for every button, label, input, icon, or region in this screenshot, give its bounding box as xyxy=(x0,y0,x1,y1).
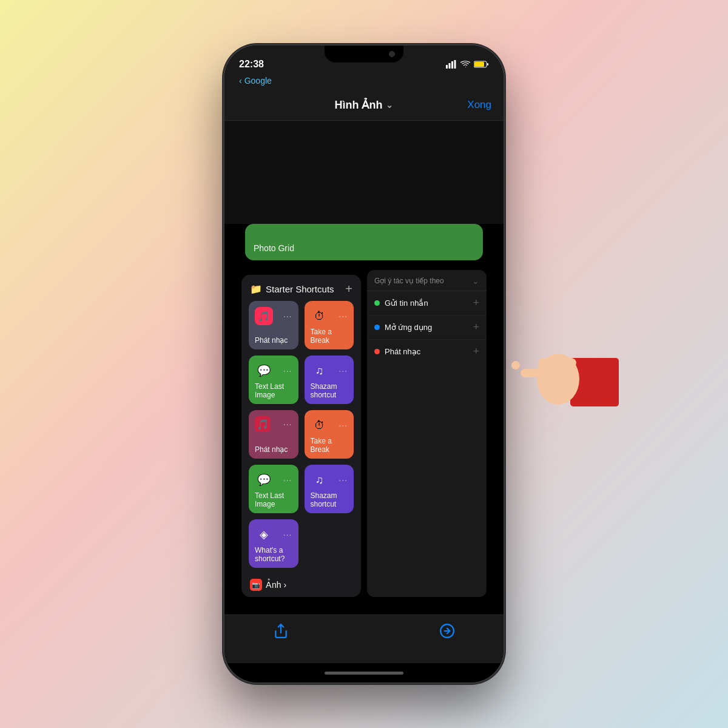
suggestion-row-3[interactable]: Phát nhạc + xyxy=(367,340,487,363)
suggestions-panel-title: Gợi ý tác vụ tiếp theo xyxy=(374,277,444,285)
suggestion-add-3[interactable]: + xyxy=(473,345,479,358)
svg-rect-5 xyxy=(487,63,488,66)
card-top: ◈ ··· xyxy=(255,525,292,544)
card-top: 🎵 ··· xyxy=(255,416,292,432)
shazam-icon: ♫ xyxy=(311,362,329,380)
share-button[interactable] xyxy=(273,623,289,643)
screen: 22:38 xyxy=(224,46,504,682)
starter-title-text: Starter Shortcuts xyxy=(266,284,334,294)
photo-grid-card[interactable]: Photo Grid xyxy=(245,224,483,260)
status-bar: 22:38 xyxy=(224,46,504,76)
shortcut-card-shazam-2[interactable]: ♫ ··· Shazam shortcut xyxy=(305,465,354,513)
signal-icon xyxy=(446,60,457,69)
content-area: Photo Grid 📁 Starter Shortcuts + xyxy=(224,121,504,615)
back-chevron-icon: ‹ xyxy=(239,76,242,86)
card-top: ♫ ··· xyxy=(311,471,348,489)
shortcut-card-play-music[interactable]: 🎵 ··· Phát nhạc xyxy=(249,301,298,349)
card-menu-dots[interactable]: ··· xyxy=(283,419,292,429)
inner-scroll: Photo Grid 📁 Starter Shortcuts + xyxy=(224,224,504,609)
card-label-2: Take a Break xyxy=(311,328,348,345)
card-label-7: Text Last Image xyxy=(255,491,292,508)
battery-icon xyxy=(474,61,489,68)
header-title: Hình Ảnh ⌄ xyxy=(335,98,394,112)
shortcut-card-shazam[interactable]: ♫ ··· Shazam shortcut xyxy=(305,356,354,404)
card-menu-dots[interactable]: ··· xyxy=(339,475,348,485)
card-label-9: What's a shortcut? xyxy=(255,546,292,563)
card-top: ⏱ ··· xyxy=(311,307,348,325)
title-text: Hình Ảnh xyxy=(335,98,383,112)
suggestion-label-2: Mở ứng dụng xyxy=(385,323,432,332)
suggestion-left-1: Gửi tin nhắn xyxy=(374,298,428,308)
svg-rect-1 xyxy=(449,63,451,69)
suggestion-add-1[interactable]: + xyxy=(473,297,479,309)
photo-grid-label: Photo Grid xyxy=(254,243,294,253)
svg-rect-13 xyxy=(549,355,558,375)
card-label-1: Phát nhạc xyxy=(255,336,292,345)
done-button[interactable]: Xong xyxy=(467,99,491,111)
card-top: 🎵 ··· xyxy=(255,307,292,325)
suggestion-dot-1 xyxy=(374,300,380,306)
starter-add-button[interactable]: + xyxy=(345,282,352,296)
card-top: 💬 ··· xyxy=(255,362,292,380)
starter-header: 📁 Starter Shortcuts + xyxy=(241,275,361,301)
suggestion-add-2[interactable]: + xyxy=(473,321,479,334)
card-menu-dots[interactable]: ··· xyxy=(339,366,348,376)
notch xyxy=(325,46,403,62)
card-top: ♫ ··· xyxy=(311,362,348,380)
pointing-hand xyxy=(497,322,619,413)
shortcut-card-text-image[interactable]: 💬 ··· Text Last Image xyxy=(249,356,298,404)
back-navigation[interactable]: ‹ Google xyxy=(224,72,504,89)
svg-point-16 xyxy=(511,361,520,369)
timer-icon-2: ⏱ xyxy=(311,416,329,434)
status-time: 22:38 xyxy=(239,59,264,70)
suggestion-row-2[interactable]: Mở ứng dụng + xyxy=(367,315,487,340)
shortcut-card-text-image-2[interactable]: 💬 ··· Text Last Image xyxy=(249,465,298,513)
title-chevron-icon: ⌄ xyxy=(386,100,393,110)
card-label-4: Shazam shortcut xyxy=(311,382,348,399)
home-bar xyxy=(325,672,403,675)
shortcut-grid: 🎵 ··· Phát nhạc ⏱ ··· xyxy=(241,301,361,575)
card-top: 💬 ··· xyxy=(255,471,292,489)
suggestion-row-1[interactable]: Gửi tin nhắn + xyxy=(367,291,487,315)
two-col-area: 📁 Starter Shortcuts + 🎵 xyxy=(233,270,495,597)
folder-icon: 📁 xyxy=(250,283,262,295)
card-label-5: Phát nhạc xyxy=(255,445,292,454)
card-top: ⏱ ··· xyxy=(311,416,348,434)
suggestions-chevron-icon: ⌄ xyxy=(472,276,479,286)
card-menu-dots[interactable]: ··· xyxy=(283,366,292,376)
svg-rect-3 xyxy=(454,60,456,69)
starter-section: 📁 Starter Shortcuts + 🎵 xyxy=(241,275,361,597)
music-icon: 🎵 xyxy=(255,307,273,325)
shortcut-card-whats-shortcut[interactable]: ◈ ··· What's a shortcut? xyxy=(249,519,298,568)
shortcut-card-take-break[interactable]: ⏱ ··· Take a Break xyxy=(305,301,354,349)
card-menu-dots[interactable]: ··· xyxy=(283,475,292,485)
suggestion-dot-3 xyxy=(374,349,380,354)
shortcut-button[interactable] xyxy=(439,623,455,643)
card-label-3: Text Last Image xyxy=(255,382,292,399)
section-footer[interactable]: 📷 Ảnh › xyxy=(241,575,361,597)
suggestion-label-3: Phát nhạc xyxy=(385,347,420,356)
back-label[interactable]: Google xyxy=(244,76,272,86)
card-menu-dots[interactable]: ··· xyxy=(283,311,292,321)
suggestion-left-2: Mở ứng dụng xyxy=(374,323,432,332)
preview-area xyxy=(224,121,504,224)
message-icon: 💬 xyxy=(255,362,273,380)
bottom-navigation xyxy=(224,615,504,663)
footer-label[interactable]: Ảnh › xyxy=(266,580,286,590)
svg-rect-15 xyxy=(521,369,548,377)
shortcut-card-play-music-2[interactable]: 🎵 ··· Phát nhạc xyxy=(249,410,298,459)
camera-dot xyxy=(389,51,395,57)
suggestion-label-1: Gửi tin nhắn xyxy=(385,298,428,308)
music-icon-2: 🎵 xyxy=(255,416,271,432)
card-label-6: Take a Break xyxy=(311,437,348,454)
card-menu-dots[interactable]: ··· xyxy=(339,420,348,430)
card-menu-dots[interactable]: ··· xyxy=(339,311,348,321)
shortcut-card-take-break-2[interactable]: ⏱ ··· Take a Break xyxy=(305,410,354,459)
photos-icon: 📷 xyxy=(250,579,262,591)
suggestion-dot-2 xyxy=(374,325,380,330)
card-menu-dots[interactable]: ··· xyxy=(283,530,292,539)
svg-rect-6 xyxy=(474,62,484,67)
svg-rect-2 xyxy=(451,61,453,69)
starter-shortcuts-section: 📁 Starter Shortcuts + 🎵 xyxy=(241,270,361,597)
page-header: Hình Ảnh ⌄ Xong xyxy=(224,89,504,121)
